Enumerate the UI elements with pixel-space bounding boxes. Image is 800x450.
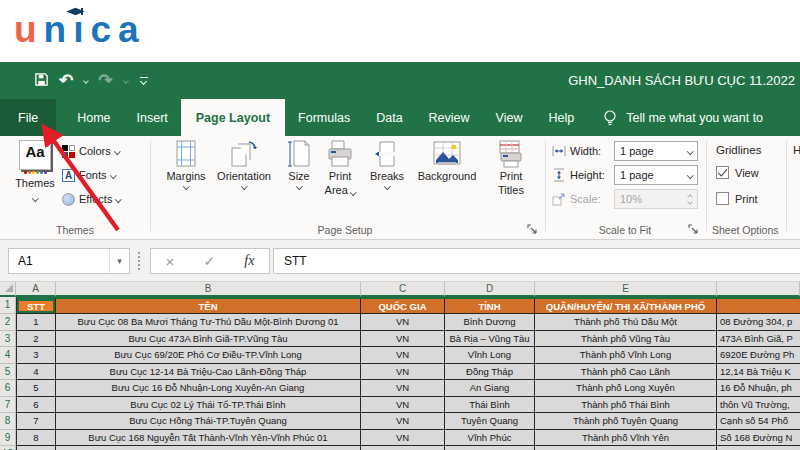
redo-button[interactable]: ↷	[98, 72, 112, 89]
gridlines-print-checkbox[interactable]: Print	[716, 192, 758, 205]
cell-quanhuyen[interactable]: Thành phố Thái Bình	[535, 397, 717, 414]
formula-bar-grip[interactable]	[138, 252, 140, 270]
print-area-button[interactable]: Print Area	[318, 140, 362, 196]
cell-tinh[interactable]: Bình Dương	[445, 314, 535, 331]
tab-file[interactable]: File	[0, 99, 56, 136]
cell-ten[interactable]: Bưu Cục 02 Lý Thái Tổ-TP.Thái Bình	[56, 397, 361, 414]
cell-quocgia[interactable]: VN	[361, 413, 445, 430]
cell-tinh[interactable]: Tuyên Quang	[445, 413, 535, 430]
scale-to-fit-dialog-launcher[interactable]	[688, 224, 699, 235]
cell-quocgia[interactable]: VN	[361, 380, 445, 397]
cell-diachi[interactable]: thôn Vũ Trường,	[717, 397, 800, 414]
tab-formulas[interactable]: Formulas	[285, 99, 363, 136]
undo-button[interactable]: ↶	[59, 72, 73, 89]
gridlines-view-checkbox[interactable]: View	[716, 166, 759, 179]
cell-quanhuyen[interactable]: Thành phố Long Xuyên	[535, 380, 717, 397]
tab-view[interactable]: View	[483, 99, 536, 136]
cell-ten[interactable]: Bưu Cục 168 Nguyễn Tất Thành-Vĩnh Yên-Vĩ…	[56, 430, 361, 447]
cell-ten[interactable]: Bưu Cục Hồng Thái-TP.Tuyên Quang	[56, 413, 361, 430]
cell-stt[interactable]: 9	[16, 446, 56, 450]
cell-quocgia[interactable]: VN	[361, 331, 445, 348]
cell-tinh[interactable]: Vĩnh Long	[445, 347, 535, 364]
cell-tinh[interactable]: Quảng Ninh	[445, 446, 535, 450]
cell-diachi[interactable]: 6920E Đường Ph	[717, 347, 800, 364]
cell-tinh[interactable]: Bà Rịa – Vũng Tàu	[445, 331, 535, 348]
row-header[interactable]: 3	[0, 331, 16, 348]
row-header[interactable]: 5	[0, 364, 16, 381]
cell-ten[interactable]: Bưu Cục 473A Bình Giã-TP.Vũng Tàu	[56, 331, 361, 348]
fonts-button[interactable]: A Fonts	[62, 166, 115, 184]
size-button[interactable]: Size	[281, 140, 317, 189]
formula-input[interactable]: STT	[273, 248, 800, 274]
name-box-dropdown-icon[interactable]: ▾	[109, 249, 129, 273]
orientation-button[interactable]: Orientation	[212, 140, 276, 189]
cell-diachi[interactable]: Số 168 Đường N	[717, 430, 800, 447]
cell-diachi[interactable]: Cạnh số 54 Phố	[717, 413, 800, 430]
cell-quanhuyen[interactable]: Thành phố Vĩnh Long	[535, 347, 717, 364]
cell-quocgia[interactable]: VN	[361, 397, 445, 414]
margins-button[interactable]: Margins	[160, 140, 212, 189]
row-header[interactable]: 4	[0, 347, 16, 364]
cell-quocgia[interactable]: VN	[361, 314, 445, 331]
header-cell-stt[interactable]: STT	[16, 297, 56, 314]
header-cell-f[interactable]	[717, 297, 800, 314]
background-button[interactable]: Background	[412, 140, 482, 182]
save-button[interactable]	[34, 72, 49, 90]
cell-diachi[interactable]: 08 Đường 304, p	[717, 314, 800, 331]
cell-stt[interactable]: 1	[16, 314, 56, 331]
cell-quanhuyen[interactable]: Thành phố Móng Cái	[535, 446, 717, 450]
select-all-button[interactable]	[0, 282, 16, 297]
cell-stt[interactable]: 6	[16, 397, 56, 414]
themes-button[interactable]: Aa Themes	[10, 140, 60, 202]
row-header[interactable]: 7	[0, 397, 16, 414]
undo-dropdown-icon[interactable]	[83, 78, 89, 84]
tab-page-layout[interactable]: Page Layout	[181, 99, 285, 136]
cell-quanhuyen[interactable]: Thành phố Tuyên Quang	[535, 413, 717, 430]
cell-ten[interactable]: Bưu Cục 16 Đỗ Nhuận-Long Xuyên-An Giang	[56, 380, 361, 397]
enter-button[interactable]: ✓	[203, 253, 215, 269]
tab-data[interactable]: Data	[363, 99, 415, 136]
row-header[interactable]: 9	[0, 430, 16, 447]
cell-quocgia[interactable]: VN	[361, 347, 445, 364]
cell-quanhuyen[interactable]: Thành phố Thủ Dầu Một	[535, 314, 717, 331]
cell-tinh[interactable]: Đồng Tháp	[445, 364, 535, 381]
effects-button[interactable]: Effects	[62, 190, 121, 208]
cell-tinh[interactable]: An Giang	[445, 380, 535, 397]
name-box[interactable]: A1 ▾	[8, 248, 130, 274]
cell-stt[interactable]: 7	[16, 413, 56, 430]
cell-ten[interactable]: Bưu Cục 12-14 Bà Triệu-Cao Lãnh-Đồng Thá…	[56, 364, 361, 381]
cell-quanhuyen[interactable]: Thành phố Vũng Tàu	[535, 331, 717, 348]
cell-stt[interactable]: 2	[16, 331, 56, 348]
tab-home[interactable]: Home	[64, 99, 123, 136]
header-cell-ten[interactable]: TÊN	[56, 297, 361, 314]
row-header[interactable]: 10	[0, 446, 16, 450]
col-header-f[interactable]	[717, 282, 800, 297]
cell-ten[interactable]: Bưu Cục 20 Ngô Gia Tự-Móng Cái-Quảng Nin…	[56, 446, 361, 450]
cell-diachi[interactable]: Phường Trần Ph	[717, 446, 800, 450]
col-header-a[interactable]: A	[16, 282, 56, 297]
header-cell-quocgia[interactable]: QUỐC GIA	[361, 297, 445, 314]
cell-stt[interactable]: 8	[16, 430, 56, 447]
insert-function-button[interactable]: fx	[244, 253, 254, 269]
cell-quanhuyen[interactable]: Thành phố Vĩnh Yên	[535, 430, 717, 447]
cell-diachi[interactable]: 16 Đỗ Nhuận, ph	[717, 380, 800, 397]
tab-review[interactable]: Review	[416, 99, 483, 136]
page-setup-dialog-launcher[interactable]	[527, 224, 538, 235]
row-header[interactable]: 8	[0, 413, 16, 430]
cell-tinh[interactable]: Vĩnh Phúc	[445, 430, 535, 447]
tab-insert[interactable]: Insert	[124, 99, 181, 136]
col-header-e[interactable]: E	[535, 282, 717, 297]
cell-stt[interactable]: 3	[16, 347, 56, 364]
tab-help[interactable]: Help	[535, 99, 587, 136]
col-header-c[interactable]: C	[361, 282, 445, 297]
height-select[interactable]: 1 page	[614, 165, 698, 185]
row-header[interactable]: 6	[0, 380, 16, 397]
width-select[interactable]: 1 page	[614, 141, 698, 161]
row-header[interactable]: 1	[0, 297, 16, 314]
row-header[interactable]: 2	[0, 314, 16, 331]
cancel-button[interactable]: ×	[166, 253, 175, 270]
cell-quocgia[interactable]: VN	[361, 446, 445, 450]
cell-quocgia[interactable]: VN	[361, 430, 445, 447]
colors-button[interactable]: Colors	[62, 142, 119, 160]
cell-ten[interactable]: Bưu Cục 08 Ba Mươi Tháng Tư-Thủ Dầu Một-…	[56, 314, 361, 331]
